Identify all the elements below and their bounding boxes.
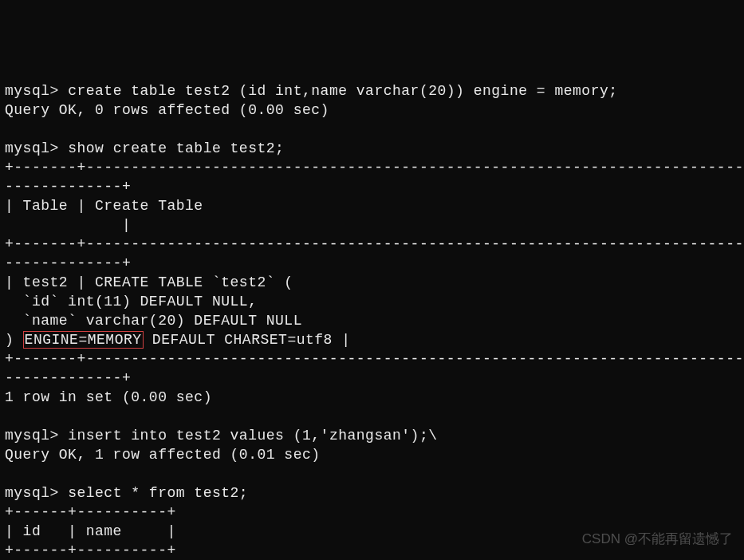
watermark: CSDN @不能再留遗憾了 (582, 530, 733, 549)
table-border: +-------+-------------------------------… (5, 160, 744, 175)
table-row-prefix: ) (5, 332, 23, 348)
table-header: | Table | Create Table (5, 198, 744, 214)
table-border: +-------+-------------------------------… (5, 236, 744, 252)
table-row: `name` varchar(20) DEFAULT NULL (5, 313, 302, 329)
table-border: -------------+ (5, 370, 131, 386)
query-ok-response: Query OK, 0 rows affected (0.00 sec) (5, 102, 329, 118)
table-row: | test2 | CREATE TABLE `test2` ( (5, 274, 293, 290)
row-count-response: 1 row in set (0.00 sec) (5, 389, 212, 405)
select-command: select * from test2; (68, 485, 248, 501)
table-row-suffix: DEFAULT CHARSET=utf8 | (144, 332, 351, 348)
mysql-prompt: mysql> (5, 485, 68, 501)
table-border: +------+----------+ (5, 504, 176, 520)
table-border: -------------+ (5, 255, 131, 271)
table-border: +-------+-------------------------------… (5, 351, 744, 367)
show-create-command: show create table test2; (68, 140, 284, 156)
mysql-prompt: mysql> (5, 83, 68, 99)
mysql-prompt: mysql> (5, 428, 68, 444)
query-ok-response: Query OK, 1 row affected (0.01 sec) (5, 447, 321, 463)
create-table-command: create table test2 (id int,name varchar(… (68, 83, 617, 99)
mysql-prompt: mysql> (5, 140, 68, 156)
table-header: | id | name | (5, 523, 176, 539)
table-header: | (5, 217, 131, 233)
engine-highlight: ENGINE=MEMORY (23, 331, 144, 349)
table-border: -------------+ (5, 179, 131, 195)
table-border: +------+----------+ (5, 542, 176, 558)
insert-command: insert into test2 values (1,'zhangsan');… (68, 428, 437, 444)
table-row: `id` int(11) DEFAULT NULL, (5, 294, 257, 310)
terminal-output: mysql> create table test2 (id int,name v… (5, 81, 739, 560)
